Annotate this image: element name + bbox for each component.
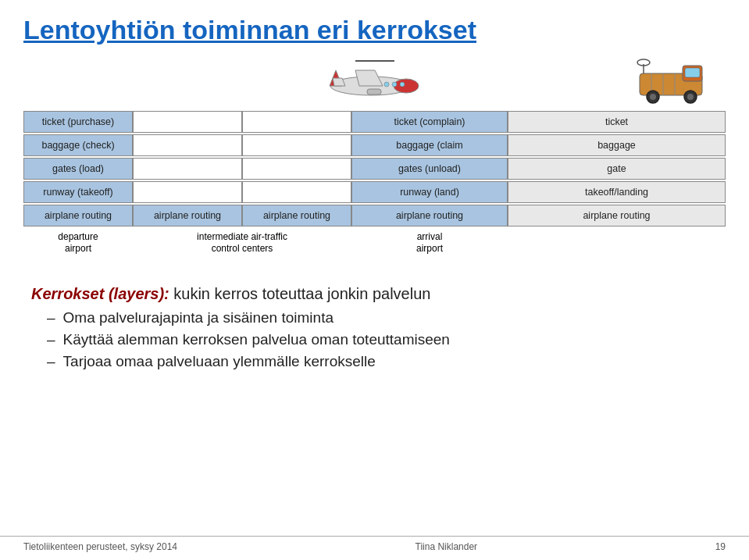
svg-point-6 xyxy=(392,82,397,87)
truck-icon xyxy=(636,58,714,109)
list-item: Käyttää alemman kerroksen palvelua oman … xyxy=(47,331,726,348)
baggage-right-cell: baggage xyxy=(508,134,726,156)
heading-normal: kukin kerros toteuttaa jonkin palvelun xyxy=(169,285,431,302)
gates-mid2-cell xyxy=(242,158,351,180)
arrival-label: arrivalairport xyxy=(351,231,508,255)
diagram-area: ticket (purchase) ticket (complain) tick… xyxy=(23,52,726,271)
departure-label: departureairport xyxy=(23,231,133,255)
gates-arr-cell: gates (unload) xyxy=(351,158,508,180)
routing-right-cell: airplane routing xyxy=(508,205,726,226)
page: Lentoyhtiön toiminnan eri kerrokset xyxy=(0,0,749,560)
list-item: Tarjoaa omaa palveluaan ylemmälle kerrok… xyxy=(47,353,726,370)
ticket-right-cell: ticket xyxy=(508,111,726,133)
airplane-illustration xyxy=(297,52,453,115)
baggage-arr-cell: baggage (claim xyxy=(351,134,508,156)
svg-point-18 xyxy=(687,94,694,100)
text-heading: Kerrokset (layers): kukin kerros toteutt… xyxy=(31,285,726,303)
heading-italic: Kerrokset (layers): xyxy=(31,285,169,302)
svg-point-5 xyxy=(384,82,389,87)
ticket-dep-cell: ticket (purchase) xyxy=(23,111,133,133)
list-item: Oma palvelurajapinta ja sisäinen toimint… xyxy=(47,309,726,326)
svg-point-7 xyxy=(400,82,405,87)
intermediate-label: intermediate air-trafficcontrol centers xyxy=(133,231,351,255)
baggage-dep-cell: baggage (check) xyxy=(23,134,133,156)
runway-mid1-cell xyxy=(133,181,242,203)
car-illustration xyxy=(632,54,718,112)
runway-mid2-cell xyxy=(242,181,351,203)
airplane-icon xyxy=(312,56,437,111)
baggage-mid1-cell xyxy=(133,134,242,156)
table-row: baggage (check) baggage (claim baggage xyxy=(23,134,726,156)
text-section: Kerrokset (layers): kukin kerros toteutt… xyxy=(23,285,726,370)
routing-arr-cell: airplane routing xyxy=(351,205,508,226)
svg-rect-8 xyxy=(367,89,381,95)
footer: Tietoliikenteen perusteet, syksy 2014 Ti… xyxy=(0,536,749,552)
routing-mid1-cell: airplane routing xyxy=(133,205,242,226)
runway-dep-cell: runway (takeoff) xyxy=(23,181,133,203)
svg-point-1 xyxy=(394,79,419,93)
column-labels: departureairport intermediate air-traffi… xyxy=(23,231,726,255)
bullet-list: Oma palvelurajapinta ja sisäinen toimint… xyxy=(31,309,726,370)
gates-dep-cell: gates (load) xyxy=(23,158,133,180)
baggage-mid2-cell xyxy=(242,134,351,156)
svg-point-16 xyxy=(650,94,656,100)
runway-arr-cell: runway (land) xyxy=(351,181,508,203)
svg-marker-3 xyxy=(355,70,383,86)
ticket-mid2-cell xyxy=(242,111,351,133)
table-row: airplane routing airplane routing airpla… xyxy=(23,205,726,226)
table-row: gates (load) gates (unload) gate xyxy=(23,158,726,180)
svg-rect-11 xyxy=(685,68,700,77)
footer-center: Tiina Niklander xyxy=(416,541,478,552)
routing-mid2-cell: airplane routing xyxy=(242,205,351,226)
table-row: runway (takeoff) runway (land) takeoff/l… xyxy=(23,181,726,203)
runway-right-cell: takeoff/landing xyxy=(508,181,726,203)
gates-right-cell: gate xyxy=(508,158,726,180)
layers-table: ticket (purchase) ticket (complain) tick… xyxy=(23,111,726,255)
gates-mid1-cell xyxy=(133,158,242,180)
footer-right: 19 xyxy=(715,541,726,552)
ticket-arr-cell: ticket (complain) xyxy=(351,111,508,133)
page-title: Lentoyhtiön toiminnan eri kerrokset xyxy=(23,14,726,46)
ticket-mid1-cell xyxy=(133,111,242,133)
footer-left: Tietoliikenteen perusteet, syksy 2014 xyxy=(23,541,177,552)
table-row: ticket (purchase) ticket (complain) tick… xyxy=(23,111,726,133)
routing-dep-cell: airplane routing xyxy=(23,205,133,226)
